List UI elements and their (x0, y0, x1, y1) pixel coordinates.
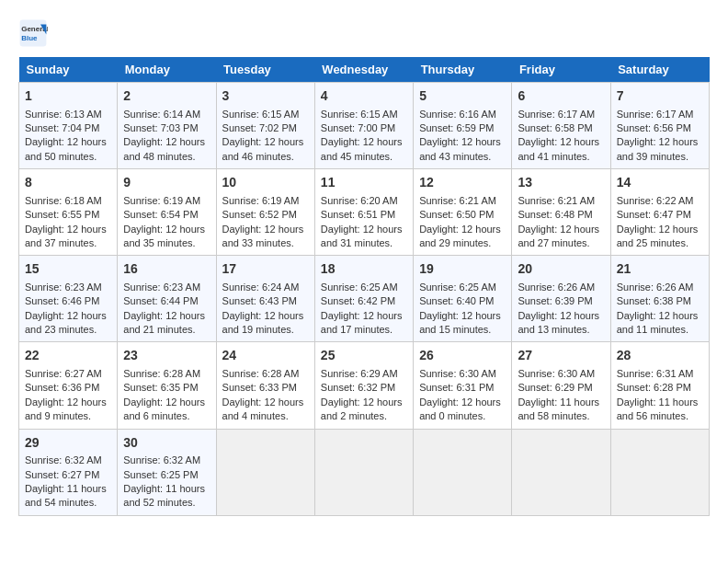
calendar-table: SundayMondayTuesdayWednesdayThursdayFrid… (18, 57, 710, 516)
sunset: Sunset: 6:43 PM (222, 295, 297, 306)
daylight: Daylight: 11 hours and 52 minutes. (123, 483, 205, 508)
calendar-cell (610, 429, 709, 515)
col-header-wednesday: Wednesday (314, 57, 413, 83)
day-number: 2 (123, 87, 210, 106)
daylight: Daylight: 12 hours and 11 minutes. (617, 310, 699, 335)
calendar-cell: 13Sunrise: 6:21 AMSunset: 6:48 PMDayligh… (512, 169, 610, 256)
sunset: Sunset: 6:56 PM (617, 122, 691, 133)
week-row-5: 29Sunrise: 6:32 AMSunset: 6:27 PMDayligh… (19, 429, 710, 515)
calendar-cell: 5Sunrise: 6:16 AMSunset: 6:59 PMDaylight… (414, 83, 512, 169)
day-number: 29 (25, 434, 111, 453)
week-row-3: 15Sunrise: 6:23 AMSunset: 6:46 PMDayligh… (19, 256, 710, 342)
sunset: Sunset: 7:03 PM (123, 122, 198, 133)
calendar-cell: 10Sunrise: 6:19 AMSunset: 6:52 PMDayligh… (216, 169, 314, 256)
sunset: Sunset: 6:55 PM (25, 209, 99, 220)
sunrise: Sunrise: 6:31 AM (617, 368, 694, 379)
calendar-cell (414, 429, 512, 515)
sunset: Sunset: 6:35 PM (123, 382, 198, 393)
calendar-cell: 14Sunrise: 6:22 AMSunset: 6:47 PMDayligh… (610, 169, 709, 256)
day-number: 30 (123, 434, 210, 453)
sunset: Sunset: 6:40 PM (419, 295, 494, 306)
calendar-cell: 18Sunrise: 6:25 AMSunset: 6:42 PMDayligh… (314, 256, 413, 342)
daylight: Daylight: 12 hours and 2 minutes. (321, 396, 403, 421)
calendar-cell: 15Sunrise: 6:23 AMSunset: 6:46 PMDayligh… (19, 256, 118, 342)
day-number: 17 (222, 260, 309, 279)
daylight: Daylight: 12 hours and 31 minutes. (321, 224, 403, 248)
calendar-cell: 7Sunrise: 6:17 AMSunset: 6:56 PMDaylight… (610, 83, 709, 169)
day-number: 18 (321, 260, 407, 279)
calendar-cell: 20Sunrise: 6:26 AMSunset: 6:39 PMDayligh… (512, 256, 610, 342)
calendar-cell: 23Sunrise: 6:28 AMSunset: 6:35 PMDayligh… (118, 342, 216, 429)
calendar-cell: 29Sunrise: 6:32 AMSunset: 6:27 PMDayligh… (19, 429, 118, 515)
daylight: Daylight: 12 hours and 15 minutes. (419, 310, 501, 335)
daylight: Daylight: 12 hours and 50 minutes. (25, 136, 107, 161)
sunrise: Sunrise: 6:32 AM (123, 454, 200, 465)
sunrise: Sunrise: 6:22 AM (617, 195, 694, 206)
day-number: 5 (419, 87, 506, 106)
sunrise: Sunrise: 6:30 AM (419, 368, 496, 379)
day-number: 1 (25, 87, 111, 106)
daylight: Daylight: 12 hours and 6 minutes. (123, 396, 205, 421)
sunset: Sunset: 6:42 PM (321, 295, 395, 306)
sunset: Sunset: 6:31 PM (419, 382, 494, 393)
sunrise: Sunrise: 6:13 AM (25, 109, 102, 120)
day-number: 19 (419, 260, 506, 279)
daylight: Daylight: 11 hours and 58 minutes. (518, 396, 599, 421)
sunset: Sunset: 6:33 PM (222, 382, 297, 393)
calendar-cell: 11Sunrise: 6:20 AMSunset: 6:51 PMDayligh… (314, 169, 413, 256)
sunrise: Sunrise: 6:17 AM (617, 109, 694, 120)
sunrise: Sunrise: 6:25 AM (419, 282, 496, 293)
sunset: Sunset: 6:48 PM (518, 209, 592, 220)
sunset: Sunset: 6:51 PM (321, 209, 395, 220)
calendar-cell: 21Sunrise: 6:26 AMSunset: 6:38 PMDayligh… (610, 256, 709, 342)
daylight: Daylight: 12 hours and 46 minutes. (222, 136, 304, 161)
sunset: Sunset: 6:58 PM (518, 122, 592, 133)
daylight: Daylight: 12 hours and 17 minutes. (321, 310, 403, 335)
col-header-sunday: Sunday (19, 57, 118, 83)
day-number: 20 (518, 260, 604, 279)
sunset: Sunset: 6:47 PM (617, 209, 691, 220)
daylight: Daylight: 12 hours and 25 minutes. (617, 224, 699, 248)
week-row-4: 22Sunrise: 6:27 AMSunset: 6:36 PMDayligh… (19, 342, 710, 429)
sunset: Sunset: 7:04 PM (25, 122, 99, 133)
sunset: Sunset: 6:27 PM (25, 469, 99, 480)
calendar-cell: 24Sunrise: 6:28 AMSunset: 6:33 PMDayligh… (216, 342, 314, 429)
sunrise: Sunrise: 6:19 AM (123, 195, 200, 206)
calendar-cell: 8Sunrise: 6:18 AMSunset: 6:55 PMDaylight… (19, 169, 118, 256)
col-header-thursday: Thursday (414, 57, 512, 83)
daylight: Daylight: 11 hours and 54 minutes. (25, 483, 107, 508)
calendar-cell: 16Sunrise: 6:23 AMSunset: 6:44 PMDayligh… (118, 256, 216, 342)
page-header: General Blue (18, 18, 710, 48)
day-number: 8 (25, 174, 111, 192)
day-number: 23 (123, 347, 210, 365)
logo: General Blue (18, 18, 51, 48)
daylight: Daylight: 12 hours and 35 minutes. (123, 224, 205, 248)
day-number: 15 (25, 260, 111, 279)
day-number: 16 (123, 260, 210, 279)
day-number: 11 (321, 174, 407, 192)
daylight: Daylight: 12 hours and 45 minutes. (321, 136, 403, 161)
day-number: 13 (518, 174, 604, 192)
week-row-1: 1Sunrise: 6:13 AMSunset: 7:04 PMDaylight… (19, 83, 710, 169)
day-number: 28 (617, 347, 703, 365)
calendar-cell: 28Sunrise: 6:31 AMSunset: 6:28 PMDayligh… (610, 342, 709, 429)
day-number: 7 (617, 87, 703, 106)
day-number: 3 (222, 87, 309, 106)
calendar-header-row: SundayMondayTuesdayWednesdayThursdayFrid… (19, 57, 710, 83)
day-number: 25 (321, 347, 407, 365)
calendar-cell: 17Sunrise: 6:24 AMSunset: 6:43 PMDayligh… (216, 256, 314, 342)
svg-text:Blue: Blue (21, 34, 38, 42)
calendar-cell: 27Sunrise: 6:30 AMSunset: 6:29 PMDayligh… (512, 342, 610, 429)
sunset: Sunset: 6:44 PM (123, 295, 198, 306)
daylight: Daylight: 12 hours and 27 minutes. (518, 224, 599, 248)
sunset: Sunset: 6:25 PM (123, 469, 198, 480)
sunrise: Sunrise: 6:18 AM (25, 195, 102, 206)
daylight: Daylight: 12 hours and 23 minutes. (25, 310, 107, 335)
day-number: 27 (518, 347, 604, 365)
daylight: Daylight: 12 hours and 0 minutes. (419, 396, 501, 421)
day-number: 10 (222, 174, 309, 192)
daylight: Daylight: 12 hours and 39 minutes. (617, 136, 699, 161)
sunset: Sunset: 6:38 PM (617, 295, 691, 306)
sunrise: Sunrise: 6:17 AM (518, 109, 595, 120)
sunrise: Sunrise: 6:28 AM (123, 368, 200, 379)
